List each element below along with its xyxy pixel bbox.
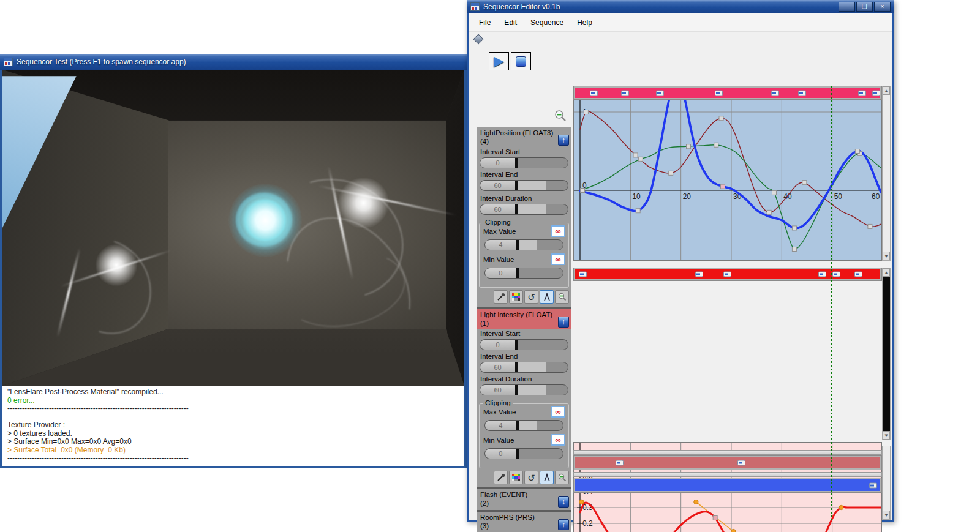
key-marker[interactable]	[695, 272, 703, 277]
track-expand-button[interactable]: ↕	[558, 496, 569, 508]
menu-item-file[interactable]: File	[473, 16, 496, 29]
curve-key[interactable]	[792, 247, 796, 252]
slider-thumb[interactable]	[516, 268, 519, 278]
curve-key[interactable]	[719, 116, 723, 121]
palette-tool-button[interactable]	[509, 290, 523, 304]
max-value-slider[interactable]: 4	[484, 420, 564, 431]
rotate-tool-button[interactable]: ↺	[524, 290, 538, 304]
diamond-tool-icon[interactable]	[473, 34, 484, 45]
track-bar[interactable]	[575, 457, 880, 468]
lightposition-key-track[interactable]	[573, 86, 882, 100]
slider-thumb[interactable]	[515, 340, 518, 350]
rotate-tool-button[interactable]: ↺	[524, 471, 538, 484]
stop-button[interactable]	[511, 52, 531, 70]
roomprs-key-track[interactable]	[573, 478, 882, 493]
curve-key[interactable]	[767, 210, 771, 214]
max-value-slider[interactable]: 4	[484, 239, 564, 250]
interval-start-slider[interactable]: 0	[480, 157, 568, 168]
max-infinity-button[interactable]: ∞	[551, 225, 565, 237]
menu-item-edit[interactable]: Edit	[499, 16, 522, 29]
key-marker[interactable]	[723, 272, 731, 277]
panel-header-flash[interactable]: Flash (EVENT) (2) ↕	[477, 489, 571, 509]
scroll-down-button[interactable]: ▼	[883, 431, 890, 440]
dropper-tool-button[interactable]	[494, 290, 508, 304]
key-marker[interactable]	[715, 90, 723, 96]
key-marker[interactable]	[737, 460, 745, 466]
curve-key[interactable]	[638, 157, 643, 161]
tangent-handle[interactable]	[694, 500, 698, 504]
key-marker[interactable]	[590, 90, 598, 96]
graph3-scrollbar[interactable]: ▼	[882, 446, 891, 520]
key-marker[interactable]	[869, 482, 877, 488]
curve-key[interactable]	[855, 149, 859, 154]
menu-item-sequence[interactable]: Sequence	[525, 16, 569, 29]
curve-key[interactable]	[713, 515, 717, 520]
min-value-slider[interactable]: 0	[484, 268, 564, 279]
key-marker[interactable]	[771, 90, 779, 96]
scroll-down-button[interactable]: ▼	[883, 511, 890, 519]
3d-viewport[interactable]	[2, 70, 464, 386]
track-focus-button[interactable]: ↑	[558, 317, 569, 328]
track-focus-button[interactable]: ↑	[558, 519, 569, 530]
play-button[interactable]: ▶	[489, 52, 509, 70]
key-marker[interactable]	[656, 90, 664, 96]
tangent-handle[interactable]	[839, 505, 843, 509]
interval-end-slider[interactable]: 60	[480, 362, 568, 373]
min-infinity-button[interactable]: ∞	[551, 434, 565, 446]
key-marker[interactable]	[872, 90, 880, 96]
key-marker[interactable]	[832, 272, 840, 277]
key-marker[interactable]	[621, 90, 629, 96]
min-infinity-button[interactable]: ∞	[551, 253, 565, 265]
zoom-tool-button[interactable]	[555, 290, 569, 304]
key-marker[interactable]	[818, 272, 826, 277]
flash-key-track[interactable]	[573, 455, 882, 470]
curve-key[interactable]	[581, 189, 585, 193]
interval-end-slider[interactable]: 60	[480, 180, 568, 191]
curve-key[interactable]	[636, 209, 640, 213]
panel-header-roomprs[interactable]: RoomPRS (PRS) (3) ↑	[477, 512, 571, 532]
scroll-down-button[interactable]: ▼	[883, 252, 890, 260]
curve-key[interactable]	[714, 143, 718, 147]
curve-key[interactable]	[687, 144, 691, 149]
key-marker[interactable]	[854, 272, 862, 277]
editor-titlebar[interactable]: Sequencor Editor v0.1b – ❑ ×	[467, 0, 894, 13]
test-window-titlebar[interactable]: Sequencor Test (Press F1 to spawn sequen…	[0, 54, 467, 70]
slider-thumb[interactable]	[515, 158, 518, 168]
curve-key[interactable]	[720, 184, 725, 189]
key-marker[interactable]	[616, 460, 624, 466]
curve-key[interactable]	[802, 181, 807, 185]
curve-key[interactable]	[772, 190, 776, 195]
tangent-tool-button[interactable]	[540, 290, 554, 304]
max-infinity-button[interactable]: ∞	[551, 406, 565, 418]
curve-key[interactable]	[633, 153, 638, 157]
graph2-scrollbar[interactable]: ▲ ▼	[882, 268, 891, 440]
scroll-up-button[interactable]: ▲	[883, 268, 890, 277]
dropper-tool-button[interactable]	[494, 471, 508, 484]
slider-thumb[interactable]	[516, 449, 519, 459]
curve-key[interactable]	[868, 224, 872, 228]
scroll-up-button[interactable]: ▲	[883, 86, 890, 95]
curve-key[interactable]	[792, 226, 796, 230]
min-value-slider[interactable]: 0	[484, 448, 564, 459]
interval-start-slider[interactable]: 0	[480, 339, 568, 350]
key-marker[interactable]	[579, 272, 587, 277]
tangent-handle[interactable]	[579, 500, 584, 504]
panel-header-lightintensity[interactable]: Light Intensity (FLOAT) (1) ↑	[477, 309, 571, 329]
palette-tool-button[interactable]	[509, 471, 523, 484]
zoom-tool-button[interactable]	[555, 471, 569, 484]
panel-header-lightposition[interactable]: LightPosition (FLOAT3) (4) ↑	[477, 127, 571, 147]
track-focus-button[interactable]: ↑	[558, 135, 569, 146]
lightposition-curve-graph[interactable]: 10203040506010	[573, 100, 882, 261]
menu-item-help[interactable]: Help	[571, 16, 598, 29]
interval-duration-slider[interactable]: 60	[480, 204, 568, 215]
graph1-scrollbar[interactable]: ▲ ▼	[882, 86, 891, 261]
tangent-tool-button[interactable]	[540, 471, 554, 484]
minimize-button[interactable]: –	[839, 2, 855, 12]
key-marker[interactable]	[798, 90, 806, 96]
key-marker[interactable]	[858, 90, 866, 96]
curve-canvas[interactable]: 10203040506010	[574, 100, 881, 260]
timeline-zoom-out-button[interactable]	[554, 110, 567, 124]
close-button[interactable]: ×	[874, 2, 891, 12]
maximize-button[interactable]: ❑	[856, 2, 873, 12]
curve-key[interactable]	[584, 110, 588, 114]
